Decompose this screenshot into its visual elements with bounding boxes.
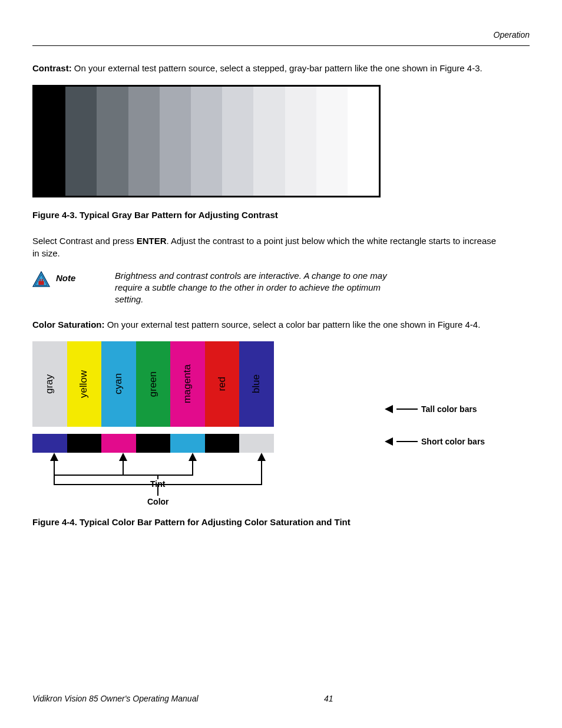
arrow-left-icon xyxy=(385,437,393,446)
short-color-bars xyxy=(32,434,274,453)
bar-label-magenta: magenta xyxy=(181,364,194,403)
bar-label-red: red xyxy=(216,377,229,391)
gray-bar xyxy=(348,87,379,196)
color-saturation-text: On your external test pattern source, se… xyxy=(105,319,481,330)
enter-key: ENTER xyxy=(137,236,167,246)
gray-bar xyxy=(160,87,191,196)
gray-bar xyxy=(316,87,348,196)
short-bar xyxy=(32,434,67,453)
figure-4-4-caption: Figure 4-4. Typical Color Bar Pattern fo… xyxy=(32,516,530,528)
select-contrast-pre: Select Contrast and press xyxy=(32,236,137,246)
gray-bar xyxy=(285,87,316,196)
bar-label-green: green xyxy=(147,371,160,397)
bar-label-blue: blue xyxy=(250,374,263,393)
gray-bar-pattern xyxy=(32,85,381,197)
page-footer: Vidikron Vision 85 Owner's Operating Man… xyxy=(32,693,530,704)
tall-bar-green: green xyxy=(136,341,171,427)
color-saturation-label: Color Saturation: xyxy=(32,319,105,330)
header-rule xyxy=(32,45,530,46)
gray-bar xyxy=(97,87,128,196)
svg-rect-3 xyxy=(39,279,41,281)
under-arrows: Tint Color xyxy=(37,453,279,506)
contrast-paragraph: Contrast: On your external test pattern … xyxy=(32,62,504,74)
arrow-line xyxy=(396,409,418,410)
tall-bars-label: Tall color bars xyxy=(421,404,477,415)
short-bar xyxy=(205,434,240,453)
svg-rect-2 xyxy=(38,281,44,285)
note-label: Note xyxy=(56,270,109,284)
note-triangle-icon xyxy=(32,271,50,288)
short-bar xyxy=(136,434,171,453)
tall-color-bars: grayyellowcyangreenmagentaredblue xyxy=(32,341,274,427)
short-bar xyxy=(170,434,205,453)
short-bar xyxy=(101,434,136,453)
bar-label-cyan: cyan xyxy=(112,373,125,394)
short-bar xyxy=(239,434,274,453)
gray-bar xyxy=(65,87,97,196)
figure-4-3-caption: Figure 4-3. Typical Gray Bar Pattern for… xyxy=(32,209,530,221)
tall-bar-blue: blue xyxy=(239,341,274,427)
note-text: Brightness and contrast controls are int… xyxy=(115,270,392,306)
select-contrast-paragraph: Select Contrast and press ENTER. Adjust … xyxy=(32,235,504,259)
tall-bar-magenta: magenta xyxy=(170,341,205,427)
gray-bar xyxy=(34,87,65,196)
bar-gap xyxy=(32,427,274,434)
tall-bar-yellow: yellow xyxy=(67,341,102,427)
tall-bar-red: red xyxy=(205,341,240,427)
gray-bar xyxy=(128,87,160,196)
svg-rect-4 xyxy=(42,279,43,281)
tall-bar-cyan: cyan xyxy=(101,341,136,427)
color-label: Color xyxy=(147,496,169,508)
side-labels: Tall color bars Short color bars xyxy=(380,341,485,447)
note-block: Note Brightness and contrast controls ar… xyxy=(32,270,530,306)
gray-bar xyxy=(253,87,285,196)
short-bar xyxy=(67,434,102,453)
arrow-line xyxy=(396,441,418,442)
footer-page: 41 xyxy=(128,693,530,704)
header-section: Operation xyxy=(32,29,530,41)
gray-bar xyxy=(222,87,253,196)
short-bars-label: Short color bars xyxy=(421,436,485,447)
color-bar-figure: grayyellowcyangreenmagentaredblue Tint C… xyxy=(32,341,530,512)
bar-label-gray: gray xyxy=(43,374,57,394)
contrast-text: On your external test pattern source, se… xyxy=(72,63,482,73)
color-saturation-paragraph: Color Saturation: On your external test … xyxy=(32,319,504,331)
bar-label-yellow: yellow xyxy=(77,370,91,398)
tall-bar-gray: gray xyxy=(32,341,67,427)
contrast-label: Contrast: xyxy=(32,63,72,73)
arrow-left-icon xyxy=(385,405,393,413)
gray-bar xyxy=(191,87,222,196)
